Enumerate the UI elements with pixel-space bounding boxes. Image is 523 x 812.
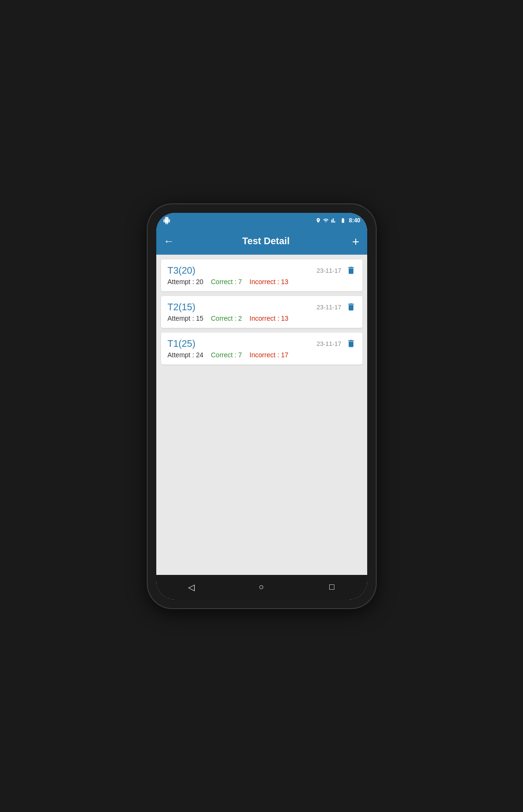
- screen: 8:40 ← Test Detail + T3(20) 23-11-17: [156, 213, 367, 600]
- status-time: 8:40: [349, 217, 360, 224]
- attempt-t2: Attempt : 15: [168, 315, 203, 322]
- trash-icon-t1: [346, 339, 356, 348]
- incorrect-t3: Incorrect : 13: [249, 278, 288, 286]
- location-icon: [315, 218, 321, 223]
- nav-back-button[interactable]: ◁: [182, 578, 201, 597]
- test-name-t1: T1(25): [168, 338, 196, 349]
- test-date-t2: 23-11-17: [195, 304, 341, 311]
- nav-recent-button[interactable]: □: [323, 578, 342, 597]
- back-button[interactable]: ←: [164, 235, 174, 248]
- card-bottom-row-t3: Attempt : 20 Correct : 7 Incorrect : 13: [168, 278, 356, 286]
- card-top-row-t3: T3(20) 23-11-17: [168, 265, 356, 276]
- status-icons-group: 8:40: [315, 217, 360, 224]
- test-name-t3: T3(20): [168, 265, 196, 276]
- android-icon: [163, 217, 171, 224]
- attempt-t1: Attempt : 24: [168, 351, 203, 359]
- delete-button-t3[interactable]: [346, 266, 356, 275]
- battery-icon: [339, 218, 347, 223]
- toolbar-title: Test Detail: [180, 236, 352, 247]
- nav-home-button[interactable]: ○: [252, 578, 271, 597]
- card-top-row-t2: T2(15) 23-11-17: [168, 302, 356, 313]
- correct-t1: Correct : 7: [211, 351, 242, 359]
- test-name-t2: T2(15): [168, 302, 196, 313]
- toolbar: ← Test Detail +: [156, 228, 367, 255]
- correct-t3: Correct : 7: [211, 278, 242, 286]
- incorrect-t1: Incorrect : 17: [249, 351, 288, 359]
- trash-icon-t2: [346, 302, 356, 312]
- card-top-row-t1: T1(25) 23-11-17: [168, 338, 356, 349]
- test-date-t1: 23-11-17: [195, 340, 341, 347]
- test-card-t1[interactable]: T1(25) 23-11-17 Attempt : 24 Correct : 7…: [161, 333, 362, 364]
- incorrect-t2: Incorrect : 13: [249, 315, 288, 322]
- card-bottom-row-t2: Attempt : 15 Correct : 2 Incorrect : 13: [168, 315, 356, 322]
- test-card-t3[interactable]: T3(20) 23-11-17 Attempt : 20 Correct : 7…: [161, 259, 362, 291]
- add-button[interactable]: +: [352, 235, 359, 248]
- status-left: [163, 217, 171, 224]
- signal-icon: [323, 218, 329, 223]
- bottom-nav: ◁ ○ □: [156, 575, 367, 600]
- delete-button-t1[interactable]: [346, 339, 356, 348]
- phone-frame: 8:40 ← Test Detail + T3(20) 23-11-17: [148, 204, 376, 608]
- test-date-t3: 23-11-17: [195, 267, 341, 274]
- correct-t2: Correct : 2: [211, 315, 242, 322]
- delete-button-t2[interactable]: [346, 302, 356, 312]
- phone-inner: 8:40 ← Test Detail + T3(20) 23-11-17: [156, 213, 367, 600]
- attempt-t3: Attempt : 20: [168, 278, 203, 286]
- test-card-t2[interactable]: T2(15) 23-11-17 Attempt : 15 Correct : 2…: [161, 296, 362, 328]
- signal-bars-icon: [331, 218, 337, 223]
- card-bottom-row-t1: Attempt : 24 Correct : 7 Incorrect : 17: [168, 351, 356, 359]
- status-bar: 8:40: [156, 213, 367, 228]
- trash-icon-t3: [346, 266, 356, 275]
- content-area: T3(20) 23-11-17 Attempt : 20 Correct : 7…: [156, 255, 367, 575]
